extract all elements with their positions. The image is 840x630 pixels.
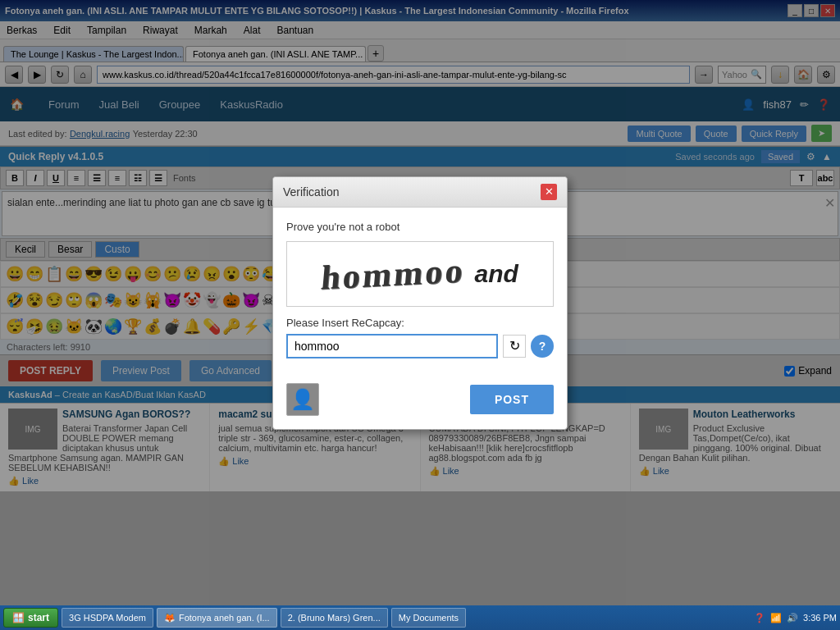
start-label: start (28, 612, 49, 623)
taskbar-item-2[interactable]: 2. (Bruno Mars) Gren... (281, 608, 388, 628)
taskbar-item-2-label: 2. (Bruno Mars) Gren... (288, 613, 381, 623)
post-submit-button[interactable]: POST (470, 385, 554, 414)
prove-label: Prove you're not a robot (286, 221, 554, 233)
captcha-help-button[interactable]: ? (531, 335, 554, 358)
modal-overlay: Verification ✕ Prove you're not a robot … (0, 0, 840, 605)
captcha-refresh-button[interactable]: ↻ (503, 335, 526, 358)
captcha-text-main: hommoo (320, 250, 468, 297)
taskbar-item-1[interactable]: 🦊 Fotonya aneh gan. (I... (157, 608, 277, 628)
taskbar-time: 3:36 PM (803, 613, 837, 623)
captcha-input-row: ↻ ? (286, 334, 554, 358)
avatar-icon: 👤 (290, 388, 315, 411)
captcha-input[interactable] (286, 334, 498, 358)
start-button[interactable]: 🪟 start (3, 608, 58, 628)
windows-icon: 🪟 (12, 612, 25, 623)
taskbar-item-3-label: My Documents (399, 613, 459, 623)
taskbar-right: ❓ 📶 🔊 3:36 PM (754, 613, 837, 623)
modal-header: Verification ✕ (273, 177, 567, 208)
taskbar-help-icon[interactable]: ❓ (754, 613, 765, 623)
taskbar-network-icon: 📶 (770, 613, 782, 623)
captcha-insert-label: Please Insert ReCapcay: (286, 317, 554, 329)
modal-title: Verification (283, 185, 339, 199)
modal-close-button[interactable]: ✕ (541, 184, 557, 200)
taskbar-item-3[interactable]: My Documents (391, 608, 466, 628)
taskbar-item-1-label: Fotonya aneh gan. (I... (179, 613, 270, 623)
taskbar-volume-icon: 🔊 (787, 613, 798, 623)
captcha-and-text: and (475, 260, 518, 288)
taskbar: 🪟 start 3G HSDPA Modem 🦊 Fotonya aneh ga… (0, 605, 840, 630)
captcha-image: hommoo and (286, 241, 554, 307)
modal-footer: 👤 POST (273, 383, 567, 429)
taskbar-item-0-label: 3G HSDPA Modem (69, 613, 146, 623)
user-avatar-preview: 👤 (286, 383, 319, 416)
modal-body: Prove you're not a robot hommoo and Plea… (273, 208, 567, 383)
taskbar-item-1-icon: 🦊 (164, 613, 176, 623)
verification-modal: Verification ✕ Prove you're not a robot … (272, 176, 568, 430)
taskbar-item-0[interactable]: 3G HSDPA Modem (62, 608, 153, 628)
